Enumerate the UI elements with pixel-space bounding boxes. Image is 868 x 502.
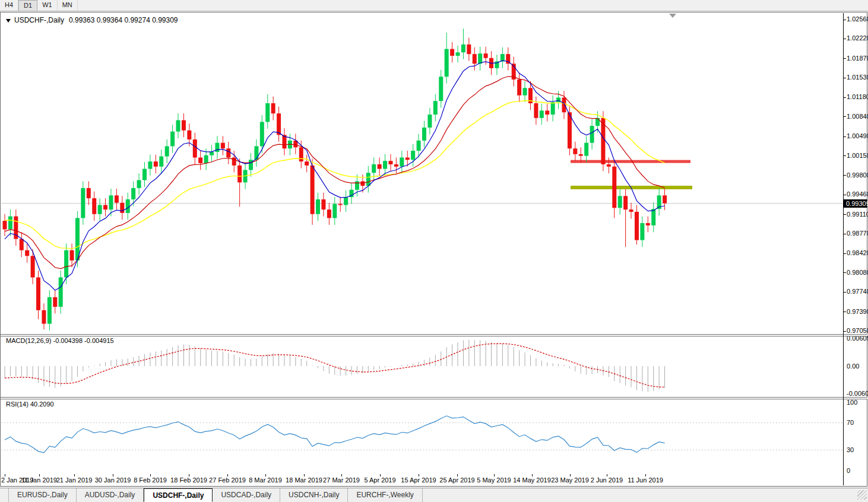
candle-body	[305, 161, 309, 166]
candle-body	[388, 161, 392, 164]
candle-body	[394, 164, 398, 167]
candle-body	[20, 239, 24, 250]
candle-body	[478, 53, 482, 63]
candle-body	[3, 221, 7, 229]
candle-body	[87, 188, 91, 198]
candle-body	[573, 148, 577, 154]
candle-body	[176, 120, 180, 132]
candle-body	[332, 204, 337, 218]
drawn-levels	[571, 160, 692, 189]
candle-body	[92, 198, 96, 214]
candle-body	[42, 310, 46, 324]
candle-body	[663, 195, 667, 203]
candle-body	[383, 161, 387, 169]
candle-body	[31, 256, 35, 277]
candle-body	[517, 80, 521, 96]
chart-title: USDCHF-,Daily0.99363 0.99364 0.99274 0.9…	[6, 16, 178, 24]
candle-body	[299, 147, 303, 161]
chart-shift-marker-icon[interactable]	[669, 14, 676, 18]
trading-terminal: H4 D1 W1 MN USDCHF-,Daily0.99363 0.99364…	[0, 0, 868, 502]
candle-body	[277, 113, 281, 135]
candle-body	[433, 101, 438, 115]
candle-body	[607, 164, 611, 167]
candle-body	[467, 45, 471, 54]
price-axis-line	[843, 13, 844, 485]
candle-body	[450, 49, 454, 56]
candle-body	[53, 297, 57, 307]
candle-body	[137, 180, 141, 188]
candle-body	[159, 157, 163, 167]
candle-body	[629, 209, 633, 212]
candle-body	[562, 97, 566, 112]
candle-body	[64, 250, 68, 278]
candle-body	[540, 110, 544, 117]
candle-body	[120, 203, 124, 213]
resistance-line[interactable]	[571, 160, 690, 163]
candle-body	[584, 143, 588, 156]
candle-body	[534, 103, 538, 118]
candle-body	[523, 88, 527, 95]
candle-body	[165, 146, 169, 156]
candle-body	[427, 115, 432, 128]
candle-body	[646, 223, 650, 225]
current-price-badge: 0.99309	[844, 199, 867, 208]
candle-body	[445, 49, 449, 77]
candle-body	[81, 188, 85, 218]
ma-fast-line	[5, 61, 665, 290]
candle-body	[98, 205, 102, 214]
candle-body	[378, 164, 382, 169]
panel-separator-macd[interactable]	[1, 334, 867, 336]
candle-body	[47, 297, 52, 324]
candle-body	[131, 188, 135, 199]
candle-body	[484, 53, 488, 58]
candle-body	[635, 212, 639, 240]
candle-body	[198, 157, 202, 163]
candle-body	[237, 166, 242, 183]
candle-body	[590, 126, 594, 143]
panel-separator-rsi[interactable]	[1, 397, 867, 399]
candle-body	[579, 154, 583, 156]
candle-body	[623, 196, 628, 209]
candle-body	[260, 122, 264, 146]
chart-symbol-label: USDCHF-,Daily	[14, 16, 64, 24]
candle-body	[400, 157, 404, 166]
candles-layer	[3, 28, 667, 331]
macd-indicator-label: MACD(12,26,9) -0.004398 -0.004915	[6, 337, 114, 344]
ma-slow-line	[5, 101, 665, 249]
candle-body	[344, 197, 348, 205]
macd-histogram	[5, 340, 665, 392]
candle-body	[170, 132, 175, 147]
rsi-indicator-label: RSI(14) 40.2090	[6, 401, 54, 408]
candle-body	[618, 196, 622, 208]
candle-body	[595, 118, 600, 126]
candle-body	[456, 52, 460, 56]
candle-body	[109, 195, 113, 209]
candle-body	[25, 250, 29, 256]
candle-body	[126, 199, 130, 213]
candle-body	[8, 217, 12, 230]
candle-body	[59, 277, 63, 307]
chart-canvas[interactable]	[0, 0, 868, 502]
candle-body	[271, 103, 275, 113]
candle-body	[372, 164, 376, 173]
candle-body	[142, 169, 147, 180]
candle-body	[103, 205, 107, 210]
candle-body	[311, 166, 315, 214]
macd-signal-line	[5, 344, 665, 387]
candle-body	[439, 77, 443, 101]
candle-body	[182, 120, 186, 131]
candle-body	[210, 152, 214, 155]
candle-body	[411, 151, 415, 160]
candle-body	[265, 103, 270, 122]
candle-body	[316, 199, 320, 214]
candle-body	[226, 148, 230, 157]
candle-body	[193, 139, 197, 157]
rsi-line	[5, 416, 665, 453]
chart-ohlc-values: 0.99363 0.99364 0.99274 0.99309	[69, 16, 178, 24]
candle-body	[148, 161, 152, 169]
chart-dropdown-icon[interactable]	[6, 19, 11, 23]
candle-body	[338, 204, 343, 205]
candle-body	[422, 128, 426, 141]
candle-body	[221, 143, 225, 149]
candle-body	[154, 161, 158, 167]
